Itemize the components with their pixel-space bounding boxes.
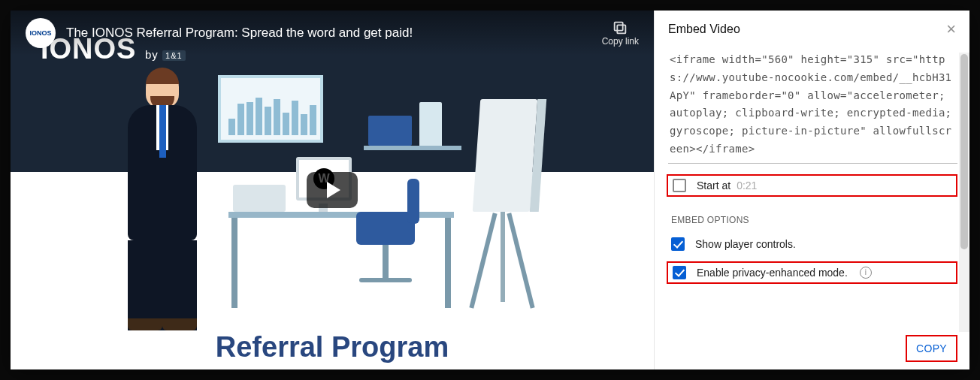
privacy-mode-row: Enable privacy-enhanced mode. i bbox=[667, 261, 957, 284]
start-at-value[interactable]: 0:21 bbox=[737, 179, 757, 192]
illustration-person bbox=[146, 71, 197, 330]
panel-footer: COPY bbox=[655, 327, 969, 369]
illustration-shelf bbox=[364, 146, 461, 150]
copy-button[interactable]: COPY bbox=[906, 335, 957, 362]
illustration-easel bbox=[476, 99, 534, 212]
panel-header: Embed Video × bbox=[655, 11, 969, 45]
info-icon[interactable]: i bbox=[860, 267, 872, 279]
svg-rect-0 bbox=[618, 25, 626, 33]
close-icon: × bbox=[946, 20, 956, 38]
close-button[interactable]: × bbox=[946, 21, 956, 38]
play-button[interactable] bbox=[307, 172, 358, 208]
illustration-box bbox=[368, 116, 412, 146]
illustration-chart bbox=[218, 75, 323, 143]
panel-title: Embed Video bbox=[668, 23, 740, 36]
video-preview[interactable]: IONOS by 1&1 bbox=[11, 11, 654, 369]
copy-link-label: Copy link bbox=[602, 36, 639, 47]
privacy-mode-label: Enable privacy-enhanced mode. bbox=[697, 267, 848, 279]
illustration-paper-roll bbox=[419, 102, 442, 146]
start-at-checkbox[interactable] bbox=[673, 179, 686, 192]
embed-options-heading: EMBED OPTIONS bbox=[671, 215, 957, 225]
panel-body: <iframe width="560" height="315" src="ht… bbox=[655, 45, 969, 327]
illustration-chair bbox=[356, 212, 415, 282]
copy-link-button[interactable]: Copy link bbox=[602, 20, 639, 47]
illustration-printer bbox=[233, 185, 286, 212]
embed-code[interactable]: <iframe width="560" height="315" src="ht… bbox=[668, 45, 957, 164]
start-at-label: Start at bbox=[697, 179, 730, 192]
svg-rect-1 bbox=[615, 23, 623, 31]
video-title[interactable]: The IONOS Referral Program: Spread the w… bbox=[66, 26, 413, 41]
player-controls-row: Show player controls. bbox=[668, 233, 957, 255]
player-controls-label: Show player controls. bbox=[695, 238, 796, 250]
player-controls-checkbox[interactable] bbox=[671, 237, 685, 251]
channel-avatar[interactable]: IONOS bbox=[26, 18, 56, 48]
embed-panel: Embed Video × <iframe width="560" height… bbox=[654, 11, 969, 369]
start-at-row: Start at 0:21 bbox=[667, 174, 957, 197]
copy-icon bbox=[612, 20, 628, 36]
illustration-desk bbox=[228, 212, 454, 218]
video-footer-title: Referral Program bbox=[216, 331, 449, 363]
embed-modal: IONOS by 1&1 bbox=[11, 11, 969, 369]
privacy-mode-checkbox[interactable] bbox=[673, 266, 686, 279]
video-header: IONOS The IONOS Referral Program: Spread… bbox=[11, 11, 654, 56]
